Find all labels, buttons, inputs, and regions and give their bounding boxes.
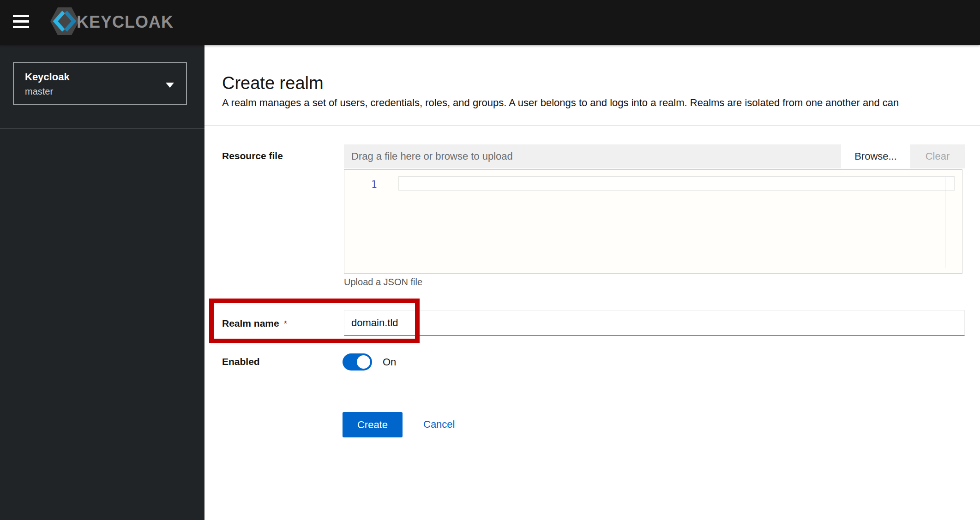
page-title: Create realm xyxy=(222,73,324,93)
browse-button[interactable]: Browse... xyxy=(841,144,910,168)
page-description: A realm manages a set of users, credenti… xyxy=(222,97,980,109)
header-divider xyxy=(204,125,980,126)
create-button[interactable]: Create xyxy=(343,412,403,437)
file-upload-group: Browse... Clear xyxy=(344,144,965,168)
realm-selector-current: master xyxy=(25,86,186,97)
upload-helper-text: Upload a JSON file xyxy=(344,277,422,287)
main-content: Create realm A realm manages a set of us… xyxy=(204,45,980,520)
realm-name-input[interactable] xyxy=(344,310,965,336)
toggle-knob-icon xyxy=(357,355,370,369)
hamburger-icon xyxy=(13,15,33,28)
file-upload-input[interactable] xyxy=(344,144,841,168)
editor-line-number: 1 xyxy=(371,179,377,190)
editor-active-line xyxy=(398,176,955,191)
required-indicator: * xyxy=(284,319,287,329)
editor-scrollbar-track xyxy=(945,177,945,268)
sidebar-divider xyxy=(0,128,204,129)
keycloak-logo[interactable]: KEYCLOAK xyxy=(50,6,174,38)
keycloak-logo-icon xyxy=(50,6,79,38)
resource-file-label: Resource file xyxy=(222,150,283,161)
enabled-toggle[interactable] xyxy=(343,353,372,371)
masthead: KEYCLOAK xyxy=(0,0,980,45)
cancel-link[interactable]: Cancel xyxy=(423,418,455,430)
sidebar: Keycloak master xyxy=(0,45,204,520)
brand-text: KEYCLOAK xyxy=(77,12,174,32)
nav-toggle-button[interactable] xyxy=(13,12,33,30)
enabled-state-label: On xyxy=(383,356,396,368)
clear-button[interactable]: Clear xyxy=(910,144,965,168)
realm-name-label-text: Realm name xyxy=(222,318,279,329)
realm-selector-dropdown[interactable]: Keycloak master xyxy=(13,62,187,105)
realm-selector-title: Keycloak xyxy=(25,71,186,83)
caret-down-icon xyxy=(166,83,174,88)
realm-name-label: Realm name* xyxy=(222,318,287,329)
json-code-editor[interactable]: 1 xyxy=(344,169,962,274)
enabled-label: Enabled xyxy=(222,356,260,367)
